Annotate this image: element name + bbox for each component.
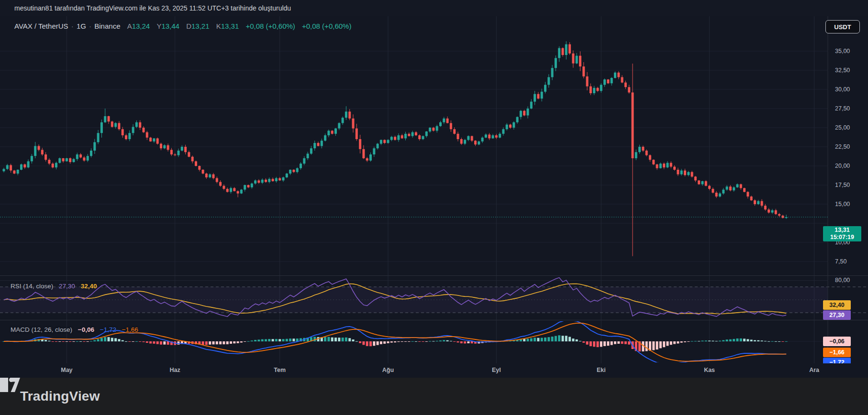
time-axis[interactable]: MayHazTemAğuEylEkiKasAra <box>0 363 868 378</box>
price-axis-label: 27,50 <box>835 105 850 112</box>
high-key: Y <box>156 22 161 30</box>
price-axis-label: 32,50 <box>835 67 850 74</box>
time-axis-label: May <box>61 367 72 373</box>
macd-hist-value: −0,06 <box>78 326 94 333</box>
low-value: 13,21 <box>191 22 210 30</box>
rsi-params: (14, close) <box>23 283 53 290</box>
price-axis-label: 17,50 <box>835 182 850 188</box>
open-value: 13,24 <box>132 22 150 30</box>
symbol-title[interactable]: AVAX / TetherUS <box>14 22 68 30</box>
footer-bar: TradingView <box>0 378 868 415</box>
macd-hist-badge: −0,06 <box>823 337 851 346</box>
export-attribution-text: mesutinan81 tarafından TradingView.com i… <box>14 4 291 12</box>
rsi-ma-value: 32,40 <box>81 283 97 290</box>
chart-area: AVAX / TetherUS · 1G · Binance A13,24 Y1… <box>0 16 868 378</box>
last-price-value: 13,31 <box>835 227 849 234</box>
open-key: A <box>127 22 132 30</box>
legend-separator: · <box>88 22 92 30</box>
price-axis-label: 35,00 <box>835 48 850 55</box>
time-axis-label: Ara <box>809 367 819 373</box>
macd-signal-badge: −1,66 <box>823 348 851 357</box>
time-axis-label: Eyl <box>492 367 501 373</box>
time-axis-label: Tem <box>274 367 286 373</box>
interval-label[interactable]: 1G <box>77 22 86 30</box>
price-axis-label: 20,00 <box>835 163 850 169</box>
rsi-legend[interactable]: RSI (14, close) 27,30 32,40 <box>11 283 97 290</box>
rsi-title[interactable]: RSI <box>11 283 22 290</box>
price-axis-label: 22,50 <box>835 143 850 150</box>
price-chart-canvas[interactable] <box>0 16 868 378</box>
price-axis-label: 7,50 <box>835 258 846 265</box>
macd-line-value: −1,72 <box>100 326 116 333</box>
macd-signal-value: −1,66 <box>122 326 138 333</box>
close-value: 13,31 <box>221 22 239 30</box>
price-axis-label: 25,00 <box>835 124 850 131</box>
bar-countdown: 15:07:19 <box>830 234 854 241</box>
price-axis-label: 15,00 <box>835 201 850 208</box>
low-key: D <box>186 22 191 30</box>
time-axis-label: Ağu <box>382 367 394 373</box>
macd-legend[interactable]: MACD (12, 26, close) −0,06 −1,72 −1,66 <box>11 326 138 333</box>
macd-params: (12, 26, close) <box>32 326 73 333</box>
rsi-current-value: 27,30 <box>59 283 75 290</box>
symbol-legend[interactable]: AVAX / TetherUS · 1G · Binance A13,24 Y1… <box>14 22 351 30</box>
export-attribution-bar: mesutinan81 tarafından TradingView.com i… <box>0 0 868 16</box>
close-key: K <box>216 22 221 30</box>
time-axis-label: Kas <box>704 367 715 373</box>
currency-toggle-button[interactable]: USDT <box>825 20 860 33</box>
legend-separator: · <box>70 22 75 30</box>
last-price-badge: 13,31 15:07:19 <box>823 226 861 241</box>
time-axis-label: Eki <box>597 367 606 373</box>
macd-title[interactable]: MACD <box>11 326 30 333</box>
change-value: +0,08 (+0,60%) <box>245 22 295 30</box>
tradingview-logo[interactable]: TradingView <box>20 389 100 404</box>
rsi-value-badge: 27,30 <box>823 310 851 320</box>
time-axis-label: Haz <box>170 367 180 373</box>
high-value: 13,44 <box>161 22 179 30</box>
price-axis-label: 30,00 <box>835 86 850 93</box>
tradingview-logo-text: TradingView <box>20 389 100 404</box>
tradingview-chart-screenshot: mesutinan81 tarafından TradingView.com i… <box>0 0 868 415</box>
rsi-scale-label: 80,00 <box>835 277 850 284</box>
tradingview-logo-icon <box>0 378 20 392</box>
change-value-secondary: +0,08 (+0,60%) <box>302 22 351 30</box>
rsi-ma-badge: 32,40 <box>823 300 851 310</box>
exchange-label[interactable]: Binance <box>94 22 120 30</box>
